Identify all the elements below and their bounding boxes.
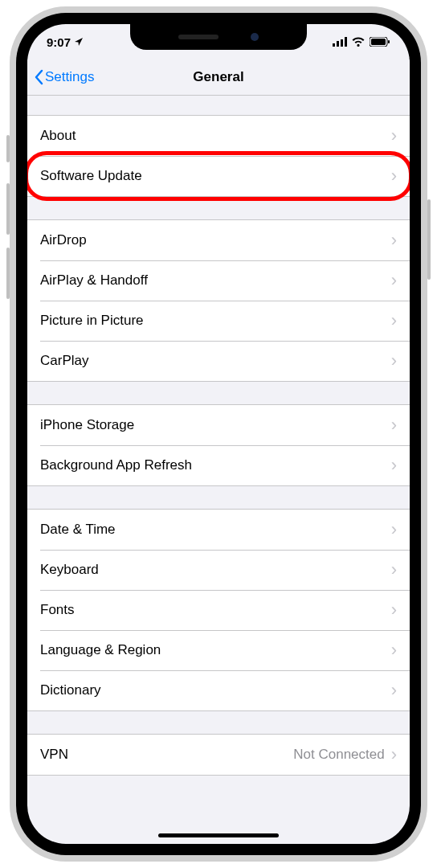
silence-switch [6,135,10,162]
cellular-signal-icon [333,37,347,47]
settings-group: AirDrop› AirPlay & Handoff› Picture in P… [27,219,410,382]
row-about[interactable]: About› [27,116,410,156]
chevron-right-icon: › [391,272,397,289]
navigation-bar: Settings General [27,59,410,96]
settings-group: About› Software Update› [27,115,410,197]
vpn-status-value: Not Connected [293,747,384,763]
row-keyboard[interactable]: Keyboard› [27,550,410,590]
chevron-right-icon: › [391,352,397,370]
home-indicator[interactable] [158,833,279,837]
chevron-right-icon: › [391,641,397,659]
row-date-time[interactable]: Date & Time› [27,510,410,550]
settings-group: Date & Time› Keyboard› Fonts› Language &… [27,509,410,711]
chevron-right-icon: › [391,457,397,474]
chevron-right-icon: › [391,231,397,249]
svg-rect-1 [337,41,339,47]
row-fonts[interactable]: Fonts› [27,590,410,630]
chevron-right-icon: › [391,746,397,764]
settings-group: iPhone Storage› Background App Refresh› [27,404,410,486]
row-picture-in-picture[interactable]: Picture in Picture› [27,301,410,341]
svg-rect-6 [388,40,390,43]
row-vpn[interactable]: VPNNot Connected› [27,735,410,775]
location-icon [74,37,84,47]
chevron-right-icon: › [391,521,397,538]
row-airdrop[interactable]: AirDrop› [27,220,410,260]
volume-down-button [6,248,10,299]
back-label: Settings [45,69,94,85]
svg-rect-2 [341,39,343,47]
wifi-icon [352,37,365,47]
settings-list[interactable]: About› Software Update› AirDrop› AirPlay… [27,96,410,844]
chevron-right-icon: › [391,682,397,699]
chevron-right-icon: › [391,601,397,619]
row-iphone-storage[interactable]: iPhone Storage› [27,405,410,445]
svg-rect-3 [345,37,347,47]
chevron-right-icon: › [391,127,397,145]
volume-up-button [6,183,10,235]
battery-icon [370,37,390,47]
svg-rect-0 [333,43,335,47]
svg-rect-5 [371,39,386,45]
chevron-right-icon: › [391,416,397,434]
back-button[interactable]: Settings [34,69,94,85]
power-button [427,199,431,280]
status-time: 9:07 [47,35,71,49]
phone-screen: 9:07 [27,24,410,844]
chevron-right-icon: › [391,312,397,330]
phone-frame: 9:07 [10,6,427,862]
row-carplay[interactable]: CarPlay› [27,341,410,381]
row-dictionary[interactable]: Dictionary› [27,670,410,710]
phone-bezel: 9:07 [16,13,421,855]
chevron-left-icon [34,69,43,85]
chevron-right-icon: › [391,561,397,579]
row-background-app-refresh[interactable]: Background App Refresh› [27,445,410,485]
row-airplay-handoff[interactable]: AirPlay & Handoff› [27,260,410,301]
row-language-region[interactable]: Language & Region› [27,630,410,670]
settings-group: VPNNot Connected› [27,734,410,776]
row-software-update[interactable]: Software Update› [27,156,410,196]
page-title: General [193,69,243,85]
display-notch [130,24,307,50]
chevron-right-icon: › [391,167,397,185]
